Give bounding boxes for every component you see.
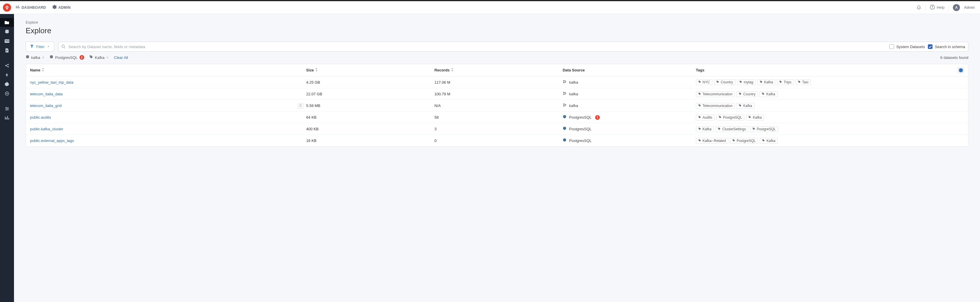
tag-chip[interactable]: ClusterSettings [716,126,748,132]
gear-icon [52,5,57,10]
tag-chip[interactable]: Country [737,91,758,97]
tag-icon [760,80,763,84]
col-tags[interactable]: Tags [696,68,952,72]
sidebar-item-docs[interactable] [0,46,14,55]
tag-icon [779,80,782,84]
results-count: 6 datasets found [940,55,968,60]
tag-label: Telecommunication [703,104,733,108]
kafka-icon [563,80,566,85]
tag-chip[interactable]: PostgreSQL [716,115,745,120]
tag-chip[interactable]: Telecommunication [696,91,735,97]
sidebar-item-actions[interactable] [0,70,14,79]
filter-chip-kafka[interactable]: kafka × [25,55,44,60]
sort-icon [451,68,453,72]
nav-dashboard[interactable]: DASHBOARD [16,5,46,10]
size-cell: 4.25 GB [306,80,434,85]
app-logo[interactable] [3,3,11,12]
size-cell: 64 KB [306,115,434,120]
tag-label: PostgreSQL [757,127,776,131]
close-icon[interactable]: × [107,55,109,60]
tag-label: Trips [784,80,791,84]
tag-chip[interactable]: Kafka--Related [696,138,728,144]
filter-button[interactable]: Filter [25,42,54,51]
tags-cell: KafkaClusterSettingsPostgreSQL [696,126,952,132]
tag-label: ClusterSettings [722,127,746,131]
clear-all-link[interactable]: Clear All [114,55,128,60]
sidebar-item-settings[interactable] [0,104,14,113]
search-field-wrap: System Datasets Search in schema [58,42,968,51]
records-cell: 58 [434,115,563,120]
tag-chip[interactable]: Kafka [759,91,778,97]
tag-label: Kafka [703,127,712,131]
nav-admin[interactable]: ADMIN [52,5,70,10]
tag-icon [752,127,756,131]
tag-chip[interactable]: mytag [737,79,756,85]
caret-down-icon [47,45,50,49]
table-body: nyc_yellow_taxi_trip_data4.25 GB117.06 M… [26,77,968,146]
tag-chip[interactable]: Kafka [757,79,775,85]
tag-icon [762,139,765,143]
datasource-label: kafka [569,104,578,108]
tag-chip[interactable]: Taxi [795,79,811,85]
help-icon [930,5,935,11]
sort-icon [315,68,318,72]
close-icon[interactable]: × [42,55,44,60]
tag-chip[interactable]: PostgreSQL [750,126,778,132]
tag-chip[interactable]: Audits [696,115,714,120]
dataset-link[interactable]: public.external_apps_tags [30,139,74,143]
records-cell: 0 [434,139,563,143]
filter-row: Filter System Datasets Search in schema [25,42,968,51]
tag-icon [762,92,765,96]
table-row: public.kafka_cluster400 KB3PostgresSQLKa… [26,123,968,135]
tag-chip[interactable]: NYC [696,79,712,85]
sidebar [0,14,14,302]
dataset-link[interactable]: telecom_italia_data [30,92,63,96]
search-in-schema-checkbox[interactable]: Search in schema [928,44,965,49]
col-records[interactable]: Records [434,68,563,72]
sidebar-item-explore[interactable] [0,18,14,27]
sidebar-item-monitor[interactable] [0,89,14,98]
help-link[interactable]: Help [930,5,945,11]
tag-chip[interactable]: Kafka [760,138,778,144]
divider [948,5,949,10]
sidebar-item-share[interactable] [0,61,14,70]
username[interactable]: Admin [964,5,975,10]
col-size[interactable]: Size [306,68,434,72]
table-settings-button[interactable] [958,67,964,74]
notifications-button[interactable] [916,5,921,10]
content: Explore Explore Filter System Datasets S… [14,14,980,302]
tag-chip[interactable]: Trips [777,79,794,85]
col-records-label: Records [434,68,450,72]
tag-chip[interactable]: Telecommunication [696,103,735,109]
tag-label: Taxi [802,80,808,84]
name-cell: nyc_yellow_taxi_trip_data [30,80,306,85]
tag-icon [739,104,742,108]
sidebar-item-reports[interactable] [0,114,14,122]
sidebar-item-policies[interactable] [0,37,14,45]
system-datasets-checkbox[interactable]: System Datasets [889,44,925,49]
sidebar-item-datasources[interactable] [0,27,14,36]
filter-chip-tag-kafka[interactable]: Kafka × [89,55,109,60]
col-name[interactable]: Name [30,68,306,72]
tag-chip[interactable]: Kafka [737,103,754,109]
breadcrumb[interactable]: Explore [25,21,968,24]
search-input[interactable] [68,45,886,49]
dataset-link[interactable]: nyc_yellow_taxi_trip_data [30,80,73,85]
dataset-link[interactable]: telecom_italia_grid [30,104,62,108]
tag-chip[interactable]: PostgreSQL [730,138,758,144]
compact-badge: C [298,103,303,109]
sidebar-item-plugins[interactable] [0,80,14,89]
tag-icon [732,139,735,143]
tag-chip[interactable]: Country [714,79,735,85]
size-cell: 5.58 MB [306,104,434,108]
tag-icon [716,80,719,84]
filter-chip-postgres[interactable]: PostgresSQL 2 [49,55,84,60]
chip-label: Kafka [95,55,105,60]
tag-chip[interactable]: Kafka [696,126,714,132]
dataset-link[interactable]: public.audits [30,115,51,120]
tags-cell: TelecommunicationCountryKafka [696,91,952,97]
dataset-link[interactable]: public.kafka_cluster [30,127,63,131]
tag-chip[interactable]: Kafka [746,115,764,120]
col-datasource[interactable]: Data Source [563,68,696,72]
avatar[interactable]: A [953,4,960,11]
